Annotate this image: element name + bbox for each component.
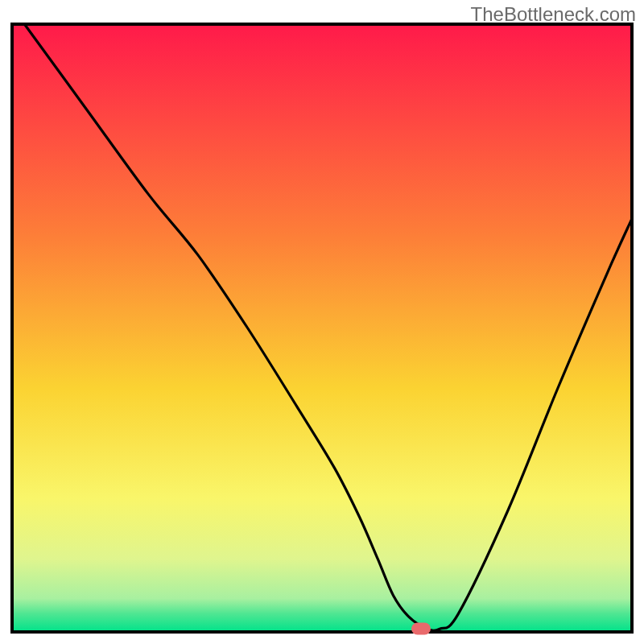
watermark-label: TheBottleneck.com — [471, 3, 636, 26]
chart-svg — [0, 0, 644, 644]
plot-background — [12, 24, 632, 632]
bottleneck-chart: TheBottleneck.com — [0, 0, 644, 644]
optimal-point-marker — [411, 623, 431, 635]
